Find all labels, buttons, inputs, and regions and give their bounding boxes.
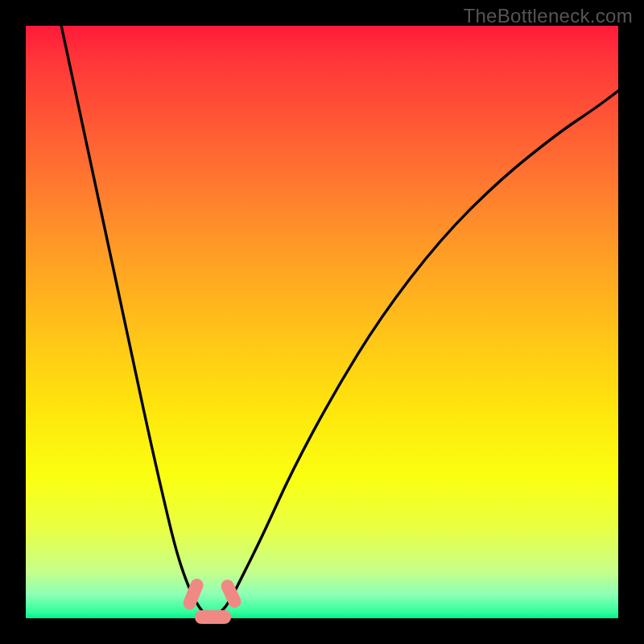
plot-area bbox=[26, 26, 618, 618]
left-curve bbox=[61, 26, 213, 618]
chart-container: TheBottleneck.com bbox=[0, 0, 644, 644]
curve-layer bbox=[26, 26, 618, 618]
marker-bottom-bar bbox=[195, 610, 230, 623]
watermark-text: TheBottleneck.com bbox=[463, 5, 633, 27]
right-curve bbox=[213, 91, 618, 618]
